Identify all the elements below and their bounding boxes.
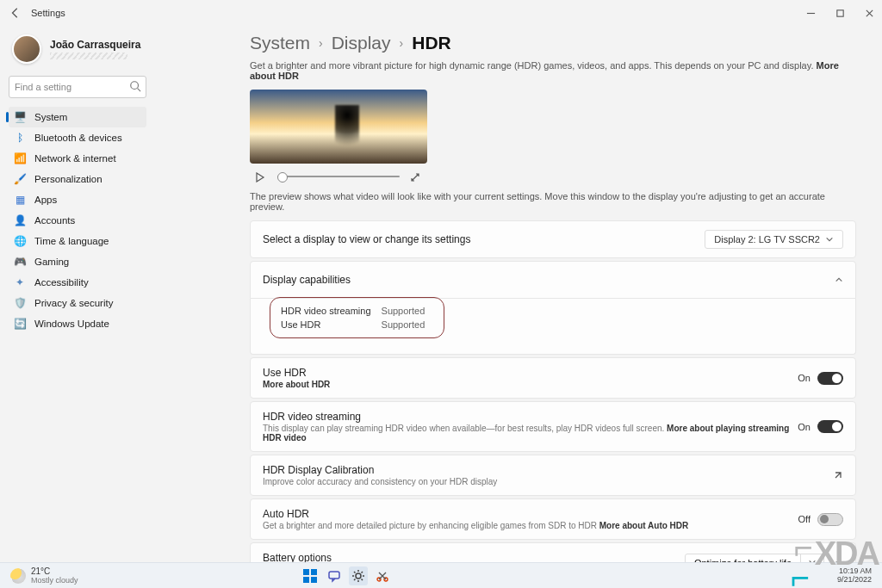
window-title: Settings (31, 8, 65, 18)
sidebar-item-gaming[interactable]: 🎮Gaming (9, 251, 146, 272)
svg-rect-4 (303, 569, 309, 575)
breadcrumb-display[interactable]: Display (332, 33, 391, 53)
hdr-streaming-card: HDR video streaming This display can pla… (250, 401, 856, 452)
display-capabilities-panel: HDR video streamingSupported Use HDRSupp… (250, 299, 856, 355)
network-icon: 📶 (14, 152, 26, 164)
preview-seek-slider[interactable] (277, 176, 400, 177)
display-capabilities-header[interactable]: Display capabilities (250, 261, 856, 299)
personalization-icon: 🖌️ (14, 173, 26, 185)
svg-line-3 (138, 89, 141, 92)
sidebar-item-label: Privacy & security (34, 298, 113, 308)
sidebar-item-label: Windows Update (34, 319, 109, 329)
user-email-redacted (50, 53, 127, 59)
time-icon: 🌐 (14, 235, 26, 247)
hdr-preview-image (250, 90, 427, 164)
svg-point-2 (131, 82, 139, 90)
auto-hdr-card: Auto HDR Get a brighter and more detaile… (250, 498, 856, 540)
more-about-hdr-link2[interactable]: More about HDR (263, 380, 330, 389)
page-subtitle: Get a brighter and more vibrant picture … (250, 60, 856, 81)
hdr-streaming-toggle[interactable] (817, 420, 843, 433)
sidebar-item-label: Accessibility (34, 277, 89, 288)
sidebar-item-label: Time & language (34, 236, 109, 246)
sidebar-item-personalization[interactable]: 🖌️Personalization (9, 169, 146, 189)
breadcrumb: System › Display › HDR (250, 33, 856, 53)
accessibility-icon: ✦ (14, 276, 26, 288)
chevron-right-icon: › (319, 36, 323, 50)
chevron-right-icon: › (400, 36, 404, 50)
svg-rect-7 (311, 577, 317, 583)
search-input[interactable] (9, 76, 146, 98)
svg-rect-8 (329, 572, 339, 579)
sidebar-item-label: Personalization (34, 174, 102, 184)
sidebar-item-label: Accounts (34, 215, 75, 226)
taskbar-weather[interactable]: 21°C Mostly cloudy (10, 566, 78, 585)
sidebar-item-label: System (34, 112, 67, 122)
user-name: João Carrasqueira (50, 39, 140, 51)
user-profile[interactable]: João Carrasqueira (9, 31, 146, 76)
taskbar-chat[interactable] (325, 566, 344, 585)
sidebar-item-accounts[interactable]: 👤Accounts (9, 210, 146, 231)
system-icon: 🖥️ (14, 111, 26, 123)
more-about-auto-hdr-link[interactable]: More about Auto HDR (599, 521, 689, 530)
avatar (12, 34, 41, 64)
display-selector-card: Select a display to view or change its s… (250, 220, 856, 258)
privacy-icon: 🛡️ (14, 297, 26, 309)
use-hdr-toggle[interactable] (817, 372, 843, 385)
sidebar-item-apps[interactable]: ▦Apps (9, 189, 146, 210)
display-selector-label: Select a display to view or change its s… (263, 233, 705, 245)
sidebar-item-system[interactable]: 🖥️System (9, 107, 146, 127)
close-button[interactable] (863, 7, 875, 19)
auto-hdr-state: Off (798, 514, 811, 524)
maximize-button[interactable] (834, 7, 846, 19)
use-hdr-state: On (798, 373, 811, 383)
gaming-icon: 🎮 (14, 256, 26, 268)
svg-rect-1 (836, 9, 842, 15)
taskbar-settings[interactable] (349, 566, 368, 585)
svg-rect-5 (311, 569, 317, 575)
auto-hdr-toggle[interactable] (817, 513, 843, 526)
svg-rect-6 (303, 577, 309, 583)
chevron-up-icon (835, 275, 843, 284)
xda-watermark: ⌐⌐XDA (789, 535, 879, 573)
sidebar-item-label: Network & internet (34, 153, 116, 164)
back-button[interactable] (7, 4, 24, 22)
sidebar-item-accessibility[interactable]: ✦Accessibility (9, 272, 146, 293)
sidebar-item-bluetooth[interactable]: ᛒBluetooth & devices (9, 127, 146, 148)
minimize-button[interactable] (804, 7, 817, 19)
play-button[interactable] (255, 170, 267, 183)
preview-caption: The preview shows what video will look l… (250, 191, 856, 212)
svg-point-9 (356, 573, 361, 579)
battery-options-card: Battery options When viewing HDR content… (250, 542, 856, 562)
display-selector-dropdown[interactable]: Display 2: LG TV SSCR2 (705, 230, 843, 249)
search-icon (129, 80, 141, 92)
start-button[interactable] (301, 566, 320, 585)
accounts-icon: 👤 (14, 214, 26, 226)
preview-player (250, 169, 427, 184)
update-icon: 🔄 (14, 318, 26, 330)
hdr-calibration-card[interactable]: HDR Display Calibration Improve color ac… (250, 455, 856, 496)
expand-button[interactable] (410, 170, 422, 183)
capabilities-highlight: HDR video streamingSupported Use HDRSupp… (270, 297, 444, 338)
sidebar-item-label: Bluetooth & devices (34, 133, 122, 143)
weather-icon (10, 568, 26, 584)
hdr-streaming-state: On (798, 422, 811, 432)
taskbar-snip[interactable] (373, 566, 392, 585)
sidebar-item-time[interactable]: 🌐Time & language (9, 231, 146, 251)
sidebar-item-update[interactable]: 🔄Windows Update (9, 313, 146, 334)
breadcrumb-system[interactable]: System (250, 33, 310, 53)
capability-row: HDR video streamingSupported (281, 305, 433, 317)
use-hdr-card: Use HDR More about HDR On (250, 357, 856, 399)
chevron-down-icon (825, 235, 834, 244)
sidebar-item-label: Apps (34, 195, 57, 205)
breadcrumb-hdr: HDR (412, 33, 451, 53)
sidebar-item-network[interactable]: 📶Network & internet (9, 148, 146, 169)
bluetooth-icon: ᛒ (14, 132, 26, 144)
sidebar-item-label: Gaming (34, 257, 69, 267)
sidebar-item-privacy[interactable]: 🛡️Privacy & security (9, 293, 146, 313)
taskbar: 21°C Mostly cloudy 10:19 AM 9/21/2022 (0, 562, 882, 588)
open-external-icon (833, 470, 843, 480)
capability-row: Use HDRSupported (281, 319, 433, 331)
apps-icon: ▦ (14, 194, 26, 206)
